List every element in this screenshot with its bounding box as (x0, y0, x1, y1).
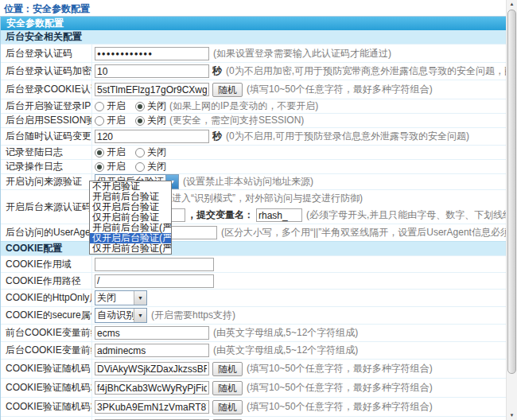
field-label: 后台登录认证码加密有效期 (1, 63, 92, 80)
vertical-scrollbar[interactable]: ▲ ▼ (506, 0, 517, 420)
unit-label: 秒 (212, 64, 222, 78)
security-settings-page: 位置：安全参数配置 安全参数配置 后台安全相关配置 后台登录认证码 (如果设置登… (0, 0, 517, 420)
radio-on[interactable] (95, 102, 104, 111)
source-verify-dropdown: 不开启验证 开启前后台验证 仅开启后台验证 仅开启前台验证 开启前后台验证(严格… (89, 181, 172, 255)
row-cookie-authcode: 后台登录COOKIE认证码 随机 (填写10~50个任意字符，最好多种字符组合) (1, 80, 507, 99)
row-backend-prefix: 后台COOKIE变量前缀 (由英文字母组成,5~12个字符组成) (1, 341, 507, 359)
field-label: 后台COOKIE变量前缀 (1, 342, 92, 359)
row-cookie-domain: COOKIE作用域 (1, 255, 507, 272)
frontend-prefix-input[interactable] (95, 326, 209, 340)
field-hint: (填写10~50个任意字符，最好多种字符组合) (247, 362, 433, 375)
chevron-down-icon: ▼ (134, 291, 146, 305)
random-button[interactable]: 随机 (212, 83, 243, 97)
random-button[interactable]: 随机 (212, 381, 243, 395)
field-hint: (填写10~50个任意字符，最好多种字符组合) (247, 400, 433, 414)
radio-on-label: 开启 (107, 114, 126, 127)
radio-off-label: 关闭 (147, 146, 166, 159)
field-label: 开启后台来源认证码 (1, 190, 92, 224)
field-label: 后台随时认证码变更周期 (1, 128, 92, 145)
row-log-action: 记录操作日志 开启 关闭 (1, 159, 507, 173)
submit-var-label: ，提交变量名： (187, 208, 254, 222)
row-random-code-4: COOKIE验证随机码4 随机 (填写10~50个任意字符，最好多种字符组合) (1, 416, 507, 420)
field-label: 后台开启验证登录IP (1, 99, 92, 113)
radio-off-label: 关闭 (147, 99, 166, 113)
field-hint: (由英文字母组成,5~12个字符组成) (213, 326, 358, 340)
field-label: 后台启用SESSION验证 (1, 114, 92, 127)
cookie-path-input[interactable] (95, 274, 214, 288)
row-random-code-1: COOKIE验证随机码 随机 (填写10~50个任意字符，最好多种字符组合) (1, 359, 507, 378)
field-label: COOKIE验证随机码4 (1, 417, 92, 420)
row-session-verify: 后台启用SESSION验证 开启 关闭 (更安全，需空间支持SESSION) (1, 113, 507, 127)
dropdown-option[interactable]: 仅开启后台验证 (90, 202, 171, 212)
breadcrumb[interactable]: 位置：安全参数配置 (4, 2, 90, 16)
field-label: COOKIE的HttpOnly属性 (1, 290, 92, 306)
field-hint: (0为不启用,可用于预防登录信息意外泄露导致的安全问题) (226, 130, 469, 143)
httponly-select[interactable]: 关闭 ▼ (95, 290, 147, 305)
row-useragent: 后台访问的UserAgent包含 (区分大小写，多个用“||”半角双竖线隔开，设… (1, 224, 507, 241)
radio-on[interactable] (95, 116, 104, 126)
random-code-3-input[interactable] (95, 400, 209, 414)
field-hint: (更安全，需空间支持SESSION) (169, 114, 304, 127)
row-log-login: 记录登陆日志 开启 关闭 (1, 145, 507, 159)
login-authcode-input[interactable] (95, 47, 209, 60)
radio-off-label: 关闭 (147, 160, 166, 173)
row-backend-source-authcode: 开启后台来源认证码 (开启后进入“识别模式”，对外部访问与提交进行防御) ，提交… (1, 189, 507, 224)
row-httponly: COOKIE的HttpOnly属性 关闭 ▼ (1, 289, 507, 306)
field-hint: (填写10~50个任意字符，最好多种字符组合) (247, 381, 433, 395)
field-label: COOKIE作用路径 (1, 273, 92, 289)
field-hint: (开启需要https支持) (151, 309, 235, 322)
row-source-verify: 开启访问来源验证 仅开启后台验证 ▼ (设置禁止非本站访问地址来源) (1, 173, 507, 189)
select-value: 自动识别 (95, 309, 134, 322)
chevron-down-icon: ▼ (134, 309, 146, 322)
field-hint: (如果设置登录需要输入此认证码才能通过) (213, 47, 391, 60)
section-backend-security: 后台安全相关配置 (1, 30, 507, 44)
row-authcode-expire: 后台登录认证码加密有效期 秒 (0为不启用加密,可用于预防宽带商意外泄露信息导致… (1, 62, 507, 80)
dropdown-option[interactable]: 仅开启前台验证 (90, 212, 171, 223)
panel-title: 安全参数配置 (1, 17, 507, 30)
scroll-up-icon[interactable]: ▲ (507, 0, 517, 9)
field-hint: (开启后进入“识别模式”，对外部访问与提交进行防御) (140, 192, 363, 205)
field-label: 后台登录认证码 (1, 45, 92, 62)
field-label: 记录操作日志 (1, 160, 92, 173)
random-button[interactable]: 随机 (212, 400, 243, 414)
field-label: 开启访问来源验证 (1, 174, 92, 189)
cookie-authcode-input[interactable] (95, 83, 209, 96)
row-random-code-2: COOKIE验证随机码2 随机 (填写10~50个任意字符，最好多种字符组合) (1, 378, 507, 397)
row-frontend-prefix: 前台COOKIE变量前缀 (由英文字母组成,5~12个字符组成) (1, 324, 507, 341)
radio-on-label: 开启 (107, 99, 126, 113)
dropdown-option[interactable]: 不开启验证 (90, 181, 171, 192)
field-label: 后台访问的UserAgent包含 (1, 224, 92, 241)
field-hint: (填写10~50个任意字符，最好多种字符组合) (247, 83, 433, 96)
dropdown-option[interactable]: 开启前后台验证(严格) (90, 223, 171, 233)
radio-on[interactable] (95, 148, 104, 158)
scrollbar-thumb[interactable] (507, 10, 516, 374)
dropdown-option[interactable]: 仅开启前台验证(严格) (90, 243, 171, 254)
radio-off[interactable] (135, 102, 145, 111)
field-label: 前台COOKIE变量前缀 (1, 325, 92, 341)
authcode-expire-input[interactable] (95, 64, 209, 78)
field-hint: (0为不启用加密,可用于预防宽带商意外泄露信息导致的安全问题，配合开启验证码效果… (226, 64, 507, 78)
dropdown-option[interactable]: 开启前后台验证 (90, 192, 171, 202)
row-cookie-path: COOKIE作用路径 (1, 272, 507, 289)
row-random-code-3: COOKIE验证随机码3 随机 (填写10~50个任意字符，最好多种字符组合) (1, 397, 507, 416)
backend-prefix-input[interactable] (95, 344, 209, 357)
radio-off[interactable] (135, 148, 145, 158)
unit-label: 秒 (212, 130, 222, 143)
field-hint: (设置禁止非本站访问地址来源) (183, 175, 313, 189)
dropdown-option-highlighted[interactable]: 仅开启后台验证(严格) (90, 233, 171, 243)
random-code-2-input[interactable] (95, 381, 209, 395)
submit-var-input[interactable] (256, 208, 302, 222)
field-label: COOKIE作用域 (1, 256, 92, 272)
select-value: 关闭 (95, 291, 134, 305)
secure-select[interactable]: 自动识别 ▼ (95, 308, 147, 323)
radio-off-label: 关闭 (147, 114, 166, 127)
field-label: 记录登陆日志 (1, 146, 92, 159)
radio-off[interactable] (135, 116, 145, 126)
radio-on[interactable] (95, 162, 104, 172)
cookie-domain-input[interactable] (95, 258, 214, 271)
random-code-1-input[interactable] (95, 362, 209, 375)
authcode-cycle-input[interactable] (95, 130, 209, 143)
scroll-down-icon[interactable]: ▼ (507, 411, 517, 420)
random-button[interactable]: 随机 (212, 362, 243, 376)
radio-off[interactable] (135, 162, 145, 172)
